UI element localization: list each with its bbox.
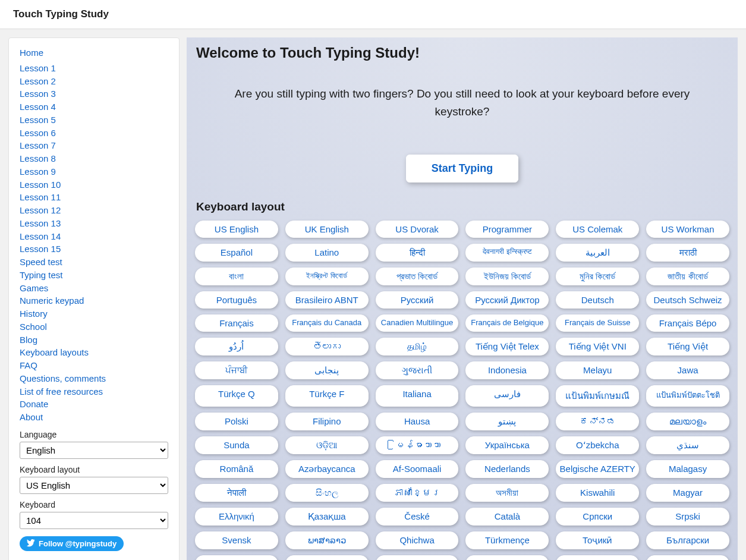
- keyboard-layout-option[interactable]: ইনস্ক্রিপ্ট কিবোর্ড: [285, 268, 369, 285]
- keyboard-layout-option[interactable]: Belgische AZERTY: [556, 460, 639, 478]
- keyboard-layout-option[interactable]: Français Bépo: [646, 314, 729, 332]
- nav-link[interactable]: Lesson 1: [20, 62, 168, 75]
- nav-link[interactable]: Donate: [20, 398, 168, 411]
- nav-link[interactable]: Lesson 12: [20, 204, 168, 217]
- keyboard-layout-option[interactable]: ភាសាខ្មែរ: [376, 484, 459, 502]
- nav-link[interactable]: FAQ: [20, 359, 168, 372]
- keyboard-layout-option[interactable]: Татарча: [556, 555, 639, 560]
- keyboard-layout-option[interactable]: Qhichwa: [376, 531, 459, 549]
- keyboard-layout-option[interactable]: Български: [646, 531, 729, 549]
- nav-link[interactable]: Home: [20, 46, 168, 59]
- nav-link[interactable]: Games: [20, 282, 168, 295]
- keyboard-layout-option[interactable]: سنڌي: [646, 436, 729, 454]
- keyboard-layout-option[interactable]: แป้นพิมพ์เกษมณี: [556, 385, 639, 407]
- keyboard-layout-option[interactable]: Oʻzbekcha: [556, 436, 639, 454]
- nav-link[interactable]: Lesson 7: [20, 139, 168, 152]
- keyboard-layout-option[interactable]: Jawa: [646, 361, 729, 379]
- keyboard-layout-option[interactable]: پنجابی: [285, 361, 369, 379]
- keyboard-layout-option[interactable]: Français de Suisse: [556, 314, 639, 332]
- keyboard-layout-option[interactable]: US Dvorak: [376, 221, 459, 238]
- keyboard-layout-option[interactable]: తెలుగు: [285, 338, 369, 355]
- nav-link[interactable]: Lesson 13: [20, 217, 168, 230]
- keyboard-layout-option[interactable]: Nederlands: [465, 460, 549, 478]
- nav-link[interactable]: Lesson 3: [20, 87, 168, 100]
- keyboard-layout-option[interactable]: Svensk: [195, 531, 278, 549]
- keyboard-layout-option[interactable]: Deutsch: [556, 291, 639, 309]
- nav-link[interactable]: Lesson 11: [20, 191, 168, 204]
- nav-link[interactable]: Lesson 4: [20, 100, 168, 114]
- keyboard-layout-option[interactable]: العربية: [556, 244, 639, 262]
- keyboard-layout-option[interactable]: नेपाली: [195, 484, 278, 502]
- keyboard-layout-option[interactable]: සිංහල: [285, 484, 369, 502]
- nav-link[interactable]: List of free resources: [20, 385, 168, 398]
- keyboard-layout-option[interactable]: Indonesia: [465, 361, 549, 379]
- language-select[interactable]: English: [20, 442, 168, 459]
- keyboard-layout-option[interactable]: देवनागरी इन्स्क्रिप्ट: [465, 244, 549, 262]
- keyboard-layout-option[interactable]: Canadien Multilingue: [376, 314, 459, 332]
- nav-link[interactable]: Typing test: [20, 269, 168, 282]
- keyboard-layout-option[interactable]: Français du Canada: [285, 314, 369, 332]
- keyboard-layout-option[interactable]: தமிழ்: [376, 338, 459, 355]
- keyboard-layout-option[interactable]: မြန်မာဘာသာ: [376, 436, 459, 454]
- keyboard-layout-option[interactable]: Sunda: [195, 436, 278, 454]
- keyboard-layout-option[interactable]: Malagasy: [646, 460, 729, 478]
- nav-link[interactable]: Lesson 8: [20, 152, 168, 165]
- keyboard-layout-option[interactable]: Türkçe F: [285, 385, 369, 407]
- keyboard-layout-option[interactable]: Български Фонетичен: [195, 555, 278, 560]
- keyboard-layout-option[interactable]: মুনির কিবোর্ড: [556, 268, 639, 285]
- keyboard-layout-option[interactable]: অসমীয়া: [465, 484, 549, 502]
- keyboard-layout-option[interactable]: Tiếng Việt: [646, 338, 729, 355]
- keyboard-layout-option[interactable]: Shqip: [285, 555, 369, 560]
- keyboard-layout-option[interactable]: ইউনিজয় কিবোর্ড: [465, 268, 549, 285]
- keyboard-layout-option[interactable]: বাংলা: [195, 268, 278, 285]
- nav-link[interactable]: Lesson 15: [20, 243, 168, 256]
- keyboard-layout-option[interactable]: Azərbaycanca: [285, 460, 369, 478]
- keyboard-layout-option[interactable]: แป้นพิมพ์ปัตตะโชติ: [646, 385, 729, 407]
- keyboard-layout-option[interactable]: České: [376, 508, 459, 526]
- nav-link[interactable]: Questions, comments: [20, 372, 168, 385]
- keyboard-layout-option[interactable]: پښتو: [465, 413, 549, 430]
- nav-link[interactable]: Lesson 6: [20, 127, 168, 140]
- keyboard-layout-option[interactable]: Русский: [376, 291, 459, 309]
- keyboard-layout-option[interactable]: Español: [195, 244, 278, 262]
- keyboard-layout-option[interactable]: اُردُو: [195, 338, 278, 355]
- keyboard-layout-option[interactable]: ଓଡ଼ିଆ: [285, 436, 369, 454]
- nav-link[interactable]: Lesson 14: [20, 230, 168, 243]
- keyboard-layout-option[interactable]: জাতীয় কীবোর্ড: [646, 268, 729, 285]
- keyboard-layout-option[interactable]: Hausa: [376, 413, 459, 430]
- nav-link[interactable]: Keyboard layouts: [20, 346, 168, 359]
- nav-link[interactable]: About: [20, 411, 168, 424]
- keyboard-layout-option[interactable]: Français: [195, 314, 278, 332]
- keyboard-layout-option[interactable]: मराठी: [646, 244, 729, 262]
- keyboard-layout-option[interactable]: Қазақша: [285, 508, 369, 526]
- keyboard-select[interactable]: 104: [20, 512, 168, 529]
- keyboard-layout-option[interactable]: Magyar: [646, 484, 729, 502]
- keyboard-layout-option[interactable]: Français de Belgique: [465, 314, 549, 332]
- keyboard-layout-option[interactable]: മലയാളം: [646, 413, 729, 430]
- keyboard-layout-option[interactable]: US Colemak: [556, 221, 639, 238]
- keyboard-layout-option[interactable]: Melayu: [556, 361, 639, 379]
- nav-link[interactable]: Numeric keypad: [20, 294, 168, 307]
- keyboard-layout-option[interactable]: Deutsch Schweiz: [646, 291, 729, 309]
- keyboard-layout-option[interactable]: Türkçe Q: [195, 385, 278, 407]
- keyboard-layout-option[interactable]: Srpski: [646, 508, 729, 526]
- keyboard-layout-option[interactable]: ພາສາລາວ: [285, 531, 369, 549]
- keyboard-layout-option[interactable]: Türkmençe: [465, 531, 549, 549]
- keyboard-layout-option[interactable]: প্রভাত কিবোর্ড: [376, 268, 459, 285]
- keyboard-layout-option[interactable]: فارسی: [465, 385, 549, 407]
- keyboard-layout-option[interactable]: Српски: [556, 508, 639, 526]
- nav-link[interactable]: History: [20, 307, 168, 320]
- nav-link[interactable]: School: [20, 320, 168, 334]
- keyboard-layout-option[interactable]: Монгол: [646, 555, 729, 560]
- keyboard-layout-option[interactable]: Հայերեն: [465, 555, 549, 560]
- keyboard-layout-option[interactable]: Brasileiro ABNT: [285, 291, 369, 309]
- keyboard-layout-option[interactable]: Português: [195, 291, 278, 309]
- keyboard-layout-option[interactable]: हिन्दी: [376, 244, 459, 262]
- keyboard-layout-option[interactable]: Af-Soomaali: [376, 460, 459, 478]
- start-typing-button[interactable]: Start Typing: [406, 155, 519, 183]
- keyboard-layout-option[interactable]: Русский Диктор: [465, 291, 549, 309]
- nav-link[interactable]: Speed test: [20, 256, 168, 269]
- nav-link[interactable]: Lesson 10: [20, 178, 168, 191]
- keyboard-layout-option[interactable]: ગુજરાતી: [376, 361, 459, 379]
- keyboard-layout-option[interactable]: Programmer: [465, 221, 549, 238]
